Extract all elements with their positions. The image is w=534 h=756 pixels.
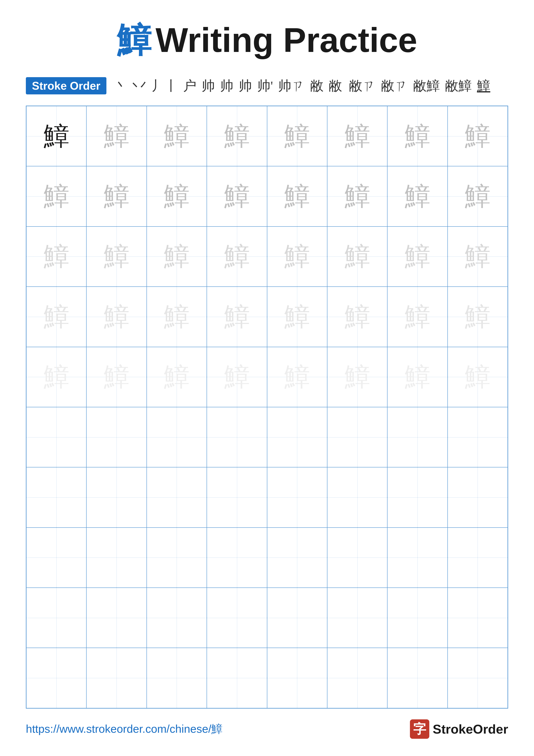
grid-cell-r10c4[interactable]	[207, 648, 267, 708]
practice-char-r3c7: 鱆	[405, 244, 430, 269]
grid-cell-r6c8[interactable]	[447, 407, 508, 467]
grid-cell-r8c6[interactable]	[327, 527, 387, 588]
grid-cell-r4c2[interactable]: 鱆	[87, 286, 146, 347]
grid-cell-r8c8[interactable]	[447, 527, 508, 588]
grid-cell-r7c2[interactable]	[87, 467, 146, 527]
grid-cell-r2c8[interactable]: 鱆	[447, 166, 508, 226]
grid-cell-r4c8[interactable]: 鱆	[447, 286, 508, 347]
grid-cell-r9c5[interactable]	[267, 588, 327, 648]
practice-char-r1c6: 鱆	[344, 123, 370, 149]
grid-cell-r4c6[interactable]: 鱆	[327, 286, 387, 347]
stroke-9: 帅ㄗ	[278, 77, 305, 95]
grid-cell-r7c6[interactable]	[327, 467, 387, 527]
practice-char-r2c4: 鱆	[224, 183, 250, 209]
title-section: 鱆Writing Practice	[26, 17, 508, 64]
footer-url[interactable]: https://www.strokeorder.com/chinese/鱆	[26, 721, 222, 737]
grid-cell-r5c2[interactable]: 鱆	[87, 347, 146, 407]
grid-cell-r6c4[interactable]	[207, 407, 267, 467]
grid-cell-r6c7[interactable]	[387, 407, 447, 467]
grid-cell-r2c7[interactable]: 鱆	[387, 166, 447, 226]
grid-cell-r3c5[interactable]: 鱆	[267, 227, 327, 286]
grid-cell-r9c8[interactable]	[447, 588, 508, 648]
grid-cell-r7c4[interactable]	[207, 467, 267, 527]
grid-cell-r9c3[interactable]	[147, 588, 207, 648]
practice-char-r3c1: 鱆	[43, 244, 69, 269]
stroke-16: 鱆	[477, 77, 490, 95]
stroke-7: 帅	[239, 77, 252, 95]
grid-cell-r3c2[interactable]: 鱆	[87, 227, 146, 286]
grid-cell-r1c8[interactable]: 鱆	[447, 106, 508, 166]
grid-cell-r10c3[interactable]	[147, 648, 207, 708]
practice-char-r4c6: 鱆	[344, 304, 370, 330]
grid-cell-r8c4[interactable]	[207, 527, 267, 588]
grid-cell-r7c3[interactable]	[147, 467, 207, 527]
grid-cell-r3c3[interactable]: 鱆	[147, 227, 207, 286]
grid-cell-r2c3[interactable]: 鱆	[147, 166, 207, 226]
grid-cell-r9c6[interactable]	[327, 588, 387, 648]
stroke-12: 敝ㄗ	[349, 77, 376, 95]
grid-cell-r4c4[interactable]: 鱆	[207, 286, 267, 347]
grid-cell-r9c1[interactable]	[26, 588, 87, 648]
grid-cell-r3c7[interactable]: 鱆	[387, 227, 447, 286]
grid-cell-r7c8[interactable]	[447, 467, 508, 527]
grid-cell-r3c1[interactable]: 鱆	[26, 227, 87, 286]
grid-cell-r10c8[interactable]	[447, 648, 508, 708]
grid-cell-r4c1[interactable]: 鱆	[26, 286, 87, 347]
grid-cell-r3c6[interactable]: 鱆	[327, 227, 387, 286]
grid-cell-r8c3[interactable]	[147, 527, 207, 588]
grid-cell-r1c3[interactable]: 鱆	[147, 106, 207, 166]
practice-char-r2c1: 鱆	[43, 183, 69, 209]
practice-char-r4c3: 鱆	[164, 304, 190, 330]
grid-cell-r10c2[interactable]	[87, 648, 146, 708]
grid-cell-r2c4[interactable]: 鱆	[207, 166, 267, 226]
grid-cell-r10c7[interactable]	[387, 648, 447, 708]
grid-cell-r4c5[interactable]: 鱆	[267, 286, 327, 347]
grid-cell-r5c7[interactable]: 鱆	[387, 347, 447, 407]
grid-cell-r8c7[interactable]	[387, 527, 447, 588]
grid-cell-r2c5[interactable]: 鱆	[267, 166, 327, 226]
grid-cell-r1c7[interactable]: 鱆	[387, 106, 447, 166]
grid-cell-r6c1[interactable]	[26, 407, 87, 467]
grid-cell-r2c2[interactable]: 鱆	[87, 166, 146, 226]
grid-cell-r1c2[interactable]: 鱆	[87, 106, 146, 166]
grid-cell-r7c5[interactable]	[267, 467, 327, 527]
grid-cell-r7c7[interactable]	[387, 467, 447, 527]
practice-char-r5c6: 鱆	[344, 364, 370, 390]
grid-cell-r5c1[interactable]: 鱆	[26, 347, 87, 407]
grid-cell-r8c5[interactable]	[267, 527, 327, 588]
grid-cell-r9c7[interactable]	[387, 588, 447, 648]
practice-char-r1c8: 鱆	[465, 123, 491, 149]
grid-cell-r8c2[interactable]	[87, 527, 146, 588]
grid-cell-r5c5[interactable]: 鱆	[267, 347, 327, 407]
grid-cell-r9c2[interactable]	[87, 588, 146, 648]
grid-cell-r2c6[interactable]: 鱆	[327, 166, 387, 226]
grid-cell-r3c4[interactable]: 鱆	[207, 227, 267, 286]
grid-cell-r1c6[interactable]: 鱆	[327, 106, 387, 166]
grid-cell-r10c1[interactable]	[26, 648, 87, 708]
grid-cell-r10c6[interactable]	[327, 648, 387, 708]
practice-char-r2c5: 鱆	[284, 183, 310, 209]
grid-cell-r5c3[interactable]: 鱆	[147, 347, 207, 407]
grid-cell-r6c6[interactable]	[327, 407, 387, 467]
grid-cell-r4c7[interactable]: 鱆	[387, 286, 447, 347]
grid-cell-r1c5[interactable]: 鱆	[267, 106, 327, 166]
grid-cell-r5c8[interactable]: 鱆	[447, 347, 508, 407]
practice-char-dark: 鱆	[43, 123, 69, 149]
grid-cell-r4c3[interactable]: 鱆	[147, 286, 207, 347]
grid-cell-r8c1[interactable]	[26, 527, 87, 588]
grid-cell-r5c6[interactable]: 鱆	[327, 347, 387, 407]
grid-cell-r9c4[interactable]	[207, 588, 267, 648]
grid-cell-r2c1[interactable]: 鱆	[26, 166, 87, 226]
grid-cell-r6c5[interactable]	[267, 407, 327, 467]
grid-cell-r3c8[interactable]: 鱆	[447, 227, 508, 286]
stroke-4: 户	[183, 77, 196, 95]
stroke-order-badge: Stroke Order	[26, 77, 106, 94]
grid-cell-r5c4[interactable]: 鱆	[207, 347, 267, 407]
grid-cell-r6c2[interactable]	[87, 407, 146, 467]
grid-cell-r10c5[interactable]	[267, 648, 327, 708]
page: 鱆Writing Practice Stroke Order 丶 丷 丿丨 户 …	[0, 0, 534, 756]
grid-cell-r1c1[interactable]: 鱆	[26, 106, 87, 166]
grid-cell-r1c4[interactable]: 鱆	[207, 106, 267, 166]
grid-cell-r7c1[interactable]	[26, 467, 87, 527]
grid-cell-r6c3[interactable]	[147, 407, 207, 467]
